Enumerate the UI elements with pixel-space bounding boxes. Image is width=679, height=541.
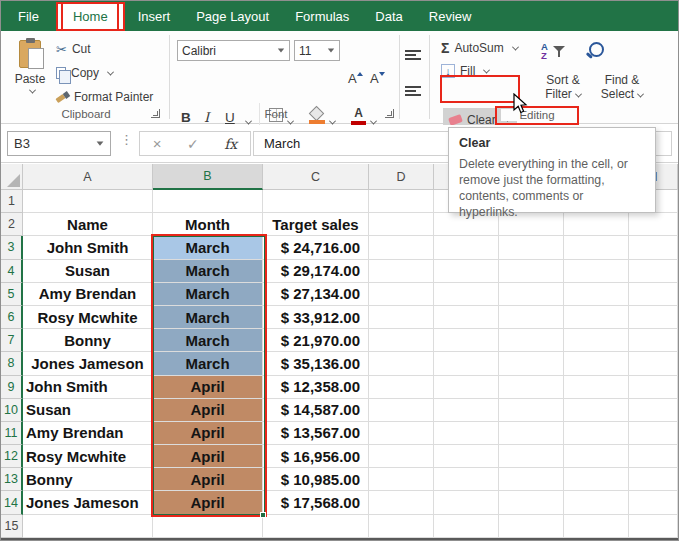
cell-D7[interactable] bbox=[369, 329, 434, 352]
cell-G14[interactable] bbox=[564, 491, 629, 514]
cell-F15[interactable] bbox=[499, 515, 564, 538]
cell-D3[interactable] bbox=[369, 236, 434, 259]
cell-D14[interactable] bbox=[369, 491, 434, 514]
cell-H4[interactable] bbox=[629, 260, 678, 283]
cell-B4[interactable]: March bbox=[153, 260, 263, 283]
cell-G8[interactable] bbox=[564, 352, 629, 375]
cell-F8[interactable] bbox=[499, 352, 564, 375]
fill-handle[interactable] bbox=[260, 512, 266, 518]
cell-D12[interactable] bbox=[369, 445, 434, 468]
cell-C8[interactable]: $ 35,136.00 bbox=[263, 352, 369, 375]
cell-G6[interactable] bbox=[564, 306, 629, 329]
cell-B5[interactable]: March bbox=[153, 283, 263, 306]
cell-G13[interactable] bbox=[564, 468, 629, 491]
cell-F11[interactable] bbox=[499, 422, 564, 445]
cell-E6[interactable] bbox=[434, 306, 499, 329]
row-header-6[interactable]: 6 bbox=[1, 306, 23, 329]
cell-G3[interactable] bbox=[564, 236, 629, 259]
sort-filter-button[interactable]: Sort & Filter bbox=[535, 73, 591, 101]
insert-function-icon[interactable]: fx bbox=[224, 136, 237, 152]
italic-button[interactable]: I bbox=[204, 103, 209, 125]
cell-B9[interactable]: April bbox=[153, 376, 263, 399]
cell-E11[interactable] bbox=[434, 422, 499, 445]
row-header-5[interactable]: 5 bbox=[1, 283, 23, 306]
cell-D11[interactable] bbox=[369, 422, 434, 445]
cell-E12[interactable] bbox=[434, 445, 499, 468]
font-name-combo[interactable]: Calibri bbox=[177, 40, 290, 61]
cell-H14[interactable] bbox=[629, 491, 678, 514]
cell-F13[interactable] bbox=[499, 468, 564, 491]
autosum-button[interactable]: Σ AutoSum bbox=[441, 40, 518, 56]
cell-A6[interactable]: Rosy Mcwhite bbox=[23, 306, 153, 329]
row-header-9[interactable]: 9 bbox=[1, 376, 23, 399]
cell-E4[interactable] bbox=[434, 260, 499, 283]
tab-formulas[interactable]: Formulas bbox=[282, 1, 362, 31]
cell-C6[interactable]: $ 33,912.00 bbox=[263, 306, 369, 329]
cell-A9[interactable]: John Smith bbox=[23, 376, 153, 399]
cell-E13[interactable] bbox=[434, 468, 499, 491]
cell-E5[interactable] bbox=[434, 283, 499, 306]
cell-E14[interactable] bbox=[434, 491, 499, 514]
cell-B15[interactable] bbox=[153, 515, 263, 538]
cell-H10[interactable] bbox=[629, 399, 678, 422]
tab-data[interactable]: Data bbox=[362, 1, 415, 31]
cell-A7[interactable]: Bonny bbox=[23, 329, 153, 352]
cell-B2[interactable]: Month bbox=[153, 213, 263, 236]
cell-D13[interactable] bbox=[369, 468, 434, 491]
cell-E9[interactable] bbox=[434, 376, 499, 399]
row-header-7[interactable]: 7 bbox=[1, 329, 23, 352]
cell-G15[interactable] bbox=[564, 515, 629, 538]
tab-insert[interactable]: Insert bbox=[125, 1, 184, 31]
cell-C9[interactable]: $ 12,358.00 bbox=[263, 376, 369, 399]
cell-E15[interactable] bbox=[434, 515, 499, 538]
cell-F5[interactable] bbox=[499, 283, 564, 306]
find-select-button[interactable]: Find & Select bbox=[593, 73, 651, 101]
row-header-12[interactable]: 12 bbox=[1, 445, 23, 468]
cell-H8[interactable] bbox=[629, 352, 678, 375]
name-box[interactable]: B3 bbox=[7, 131, 111, 156]
cell-C1[interactable] bbox=[263, 190, 369, 213]
cell-F3[interactable] bbox=[499, 236, 564, 259]
cell-H7[interactable] bbox=[629, 329, 678, 352]
tab-page-layout[interactable]: Page Layout bbox=[183, 1, 282, 31]
align-center-icon[interactable] bbox=[405, 50, 421, 60]
cell-H13[interactable] bbox=[629, 468, 678, 491]
cell-B7[interactable]: March bbox=[153, 329, 263, 352]
copy-button[interactable]: Copy bbox=[56, 64, 113, 82]
cell-H12[interactable] bbox=[629, 445, 678, 468]
cell-C5[interactable]: $ 27,134.00 bbox=[263, 283, 369, 306]
cell-C11[interactable]: $ 13,567.00 bbox=[263, 422, 369, 445]
font-size-combo[interactable]: 11 bbox=[294, 40, 340, 61]
cell-H9[interactable] bbox=[629, 376, 678, 399]
cell-B12[interactable]: April bbox=[153, 445, 263, 468]
cell-F6[interactable] bbox=[499, 306, 564, 329]
cell-D4[interactable] bbox=[369, 260, 434, 283]
cell-D15[interactable] bbox=[369, 515, 434, 538]
cell-B14[interactable]: April bbox=[153, 491, 263, 514]
cell-A2[interactable]: Name bbox=[23, 213, 153, 236]
cell-B3[interactable]: March bbox=[153, 236, 263, 259]
format-painter-button[interactable]: Format Painter bbox=[56, 88, 153, 106]
cell-G9[interactable] bbox=[564, 376, 629, 399]
cell-G5[interactable] bbox=[564, 283, 629, 306]
cell-F9[interactable] bbox=[499, 376, 564, 399]
font-dialog-launcher-icon[interactable] bbox=[385, 109, 394, 118]
cell-A11[interactable]: Amy Brendan bbox=[23, 422, 153, 445]
cell-C10[interactable]: $ 14,587.00 bbox=[263, 399, 369, 422]
cell-C12[interactable]: $ 16,956.00 bbox=[263, 445, 369, 468]
select-all-corner[interactable] bbox=[1, 164, 23, 190]
cell-H6[interactable] bbox=[629, 306, 678, 329]
cell-B1[interactable] bbox=[153, 190, 263, 213]
column-header-D[interactable]: D bbox=[369, 164, 434, 190]
cell-E7[interactable] bbox=[434, 329, 499, 352]
cell-B6[interactable]: March bbox=[153, 306, 263, 329]
cell-C13[interactable]: $ 10,985.00 bbox=[263, 468, 369, 491]
cell-H11[interactable] bbox=[629, 422, 678, 445]
cell-A1[interactable] bbox=[23, 190, 153, 213]
cell-B11[interactable]: April bbox=[153, 422, 263, 445]
cell-F7[interactable] bbox=[499, 329, 564, 352]
cell-C2[interactable]: Target sales bbox=[263, 213, 369, 236]
cell-D6[interactable] bbox=[369, 306, 434, 329]
row-header-3[interactable]: 3 bbox=[1, 236, 23, 259]
bold-button[interactable]: B bbox=[181, 103, 191, 125]
